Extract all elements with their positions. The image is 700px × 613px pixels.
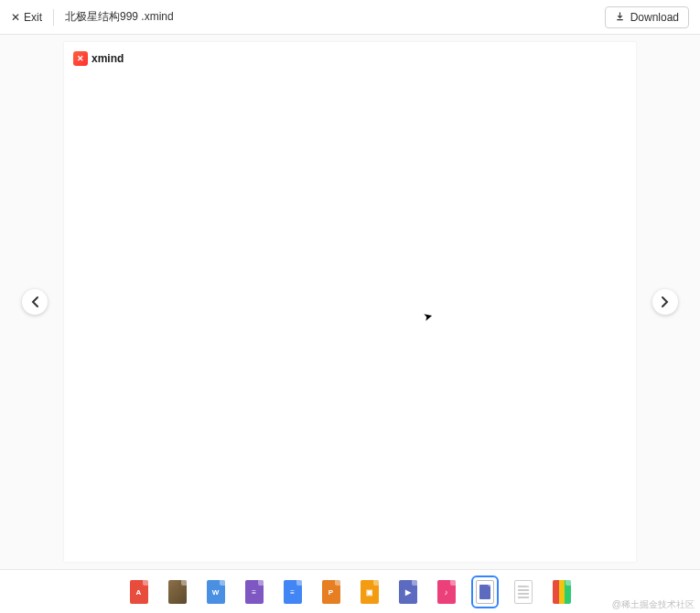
xmind-icon (73, 51, 88, 66)
list-icon: ≡ (245, 580, 264, 604)
download-label: Download (630, 11, 679, 24)
watermark-text: @稀土掘金技术社区 (612, 598, 695, 611)
thumb-docx[interactable]: W (207, 580, 225, 604)
thumb-doc[interactable]: ≡ (284, 580, 302, 604)
rainbow-icon (553, 580, 571, 604)
thumbnail-strip: A W ≡ ≡ P ▣ ▶ ♪ (0, 570, 700, 613)
exit-label: Exit (24, 11, 42, 24)
word-icon: W (207, 580, 225, 604)
thumb-list[interactable]: ≡ (245, 580, 264, 604)
brand-text: xmind (92, 52, 124, 65)
doc-icon: ≡ (284, 580, 302, 604)
chevron-left-icon (30, 296, 39, 308)
brand-badge: xmind (73, 51, 124, 66)
close-icon: ✕ (11, 12, 20, 23)
download-button[interactable]: Download (605, 6, 689, 28)
pptx-icon: ▣ (361, 580, 379, 604)
pdf-icon: A (130, 580, 148, 604)
header-bar: ✕ Exit 北极星结构999 .xmind Download (0, 0, 700, 35)
audio-icon: ♪ (437, 580, 456, 604)
thumb-blank[interactable] (514, 580, 533, 604)
prev-button[interactable] (22, 289, 48, 315)
image-icon (168, 580, 187, 604)
cursor-icon: ➤ (422, 309, 434, 324)
download-icon (615, 11, 625, 24)
thumb-form[interactable] (476, 580, 494, 604)
exit-button[interactable]: ✕ Exit (11, 11, 42, 24)
thumb-ppt[interactable]: P (322, 580, 340, 604)
document-canvas[interactable]: xmind ➤ (64, 42, 636, 562)
thumb-pdf[interactable]: A (130, 580, 148, 604)
chevron-right-icon (661, 296, 670, 308)
thumb-pptx[interactable]: ▣ (361, 580, 379, 604)
form-icon (476, 580, 494, 604)
thumb-image[interactable] (168, 580, 187, 604)
filename-label: 北极星结构999 .xmind (65, 9, 174, 25)
next-button[interactable] (652, 289, 678, 315)
thumb-video[interactable]: ▶ (399, 580, 417, 604)
thumb-rainbow[interactable] (553, 580, 571, 604)
video-icon: ▶ (399, 580, 417, 604)
blank-doc-icon (514, 580, 533, 604)
header-divider (53, 9, 54, 26)
viewer-area: xmind ➤ (0, 35, 700, 570)
thumb-audio[interactable]: ♪ (437, 580, 456, 604)
ppt-icon: P (322, 580, 340, 604)
